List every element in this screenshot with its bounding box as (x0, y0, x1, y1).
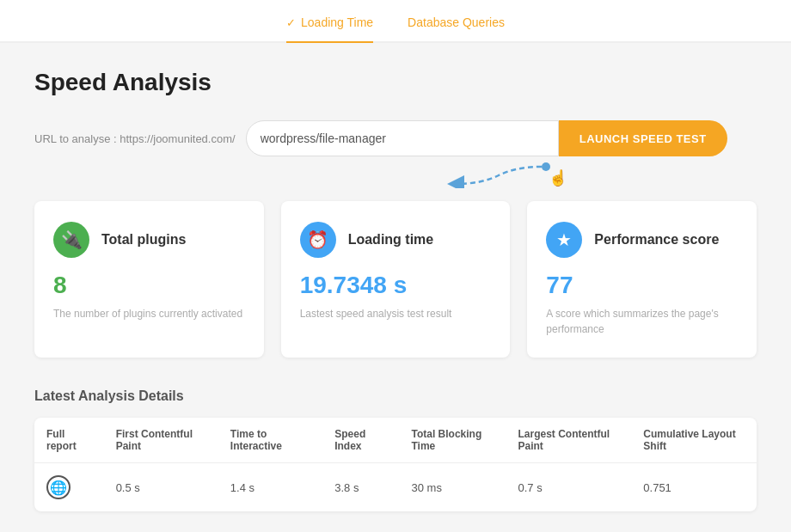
analysis-table-header-row: Full report First Contentful Paint Time … (34, 418, 757, 463)
tab-database-queries-label: Database Queries (408, 15, 505, 29)
clock-icon: ⏰ (300, 222, 336, 258)
analysis-section: Latest Analysis Details Full report Firs… (34, 388, 757, 511)
card-total-plugins-title: Total plugins (101, 232, 186, 248)
url-label: URL to analyse : https://joomunited.com/ (34, 132, 236, 145)
card-total-plugins-header: 🔌 Total plugins (53, 222, 245, 258)
cell-full-report: 🌐 (34, 463, 104, 512)
card-total-plugins-value: 8 (53, 272, 245, 299)
url-section: URL to analyse : https://joomunited.com/… (34, 120, 757, 156)
card-performance-score-value: 77 (546, 272, 738, 299)
url-input[interactable] (246, 120, 559, 156)
analysis-table: Full report First Contentful Paint Time … (34, 418, 757, 511)
main-content: Speed Analysis URL to analyse : https://… (0, 43, 791, 532)
svg-text:☝: ☝ (549, 168, 568, 187)
card-performance-score-header: ★ Performance score (546, 222, 738, 258)
card-performance-score: ★ Performance score 77 A score which sum… (527, 201, 757, 358)
cell-speed-index: 3.8 s (322, 463, 399, 512)
cell-first-contentful-paint: 0.5 s (104, 463, 218, 512)
analysis-section-title: Latest Analysis Details (34, 388, 757, 404)
cell-largest-contentful-paint: 0.7 s (506, 463, 632, 512)
col-time-to-interactive: Time to Interactive (218, 418, 322, 463)
cards-row: 🔌 Total plugins 8 The number of plugins … (34, 201, 757, 358)
col-total-blocking-time: Total Blocking Time (399, 418, 506, 463)
col-cumulative-layout-shift: Cumulative Layout Shift (631, 418, 757, 463)
analysis-table-head: Full report First Contentful Paint Time … (34, 418, 757, 463)
col-full-report: Full report (34, 418, 104, 463)
col-largest-contentful-paint: Largest Contentful Paint (506, 418, 632, 463)
launch-speed-test-button[interactable]: LAUNCH SPEED TEST (559, 120, 727, 156)
card-total-plugins: 🔌 Total plugins 8 The number of plugins … (34, 201, 264, 358)
card-performance-score-title: Performance score (594, 232, 719, 248)
tab-loading-time-label: Loading Time (301, 15, 373, 29)
tab-loading-time[interactable]: ✓ Loading Time (286, 15, 373, 43)
app-container: ✓ Loading Time Database Queries Speed An… (0, 0, 791, 532)
dashed-arrow: ☝ (34, 171, 757, 197)
tab-database-queries[interactable]: Database Queries (408, 15, 505, 43)
table-row: 🌐 0.5 s 1.4 s 3.8 s 30 ms 0.7 s 0.751 (34, 463, 757, 512)
url-input-wrapper: LAUNCH SPEED TEST (246, 120, 727, 156)
cell-total-blocking-time: 30 ms (399, 463, 506, 512)
cell-cumulative-layout-shift: 0.751 (631, 463, 757, 512)
card-total-plugins-desc: The number of plugins currently activate… (53, 306, 245, 321)
card-loading-time: ⏰ Loading time 19.7348 s Lastest speed a… (281, 201, 511, 358)
col-first-contentful-paint: First Contentful Paint (104, 418, 218, 463)
card-loading-time-desc: Lastest speed analysis test result (300, 306, 492, 321)
check-icon: ✓ (286, 16, 296, 29)
card-loading-time-value: 19.7348 s (300, 272, 492, 299)
col-speed-index: Speed Index (322, 418, 399, 463)
analysis-table-body: 🌐 0.5 s 1.4 s 3.8 s 30 ms 0.7 s 0.751 (34, 463, 757, 512)
cell-time-to-interactive: 1.4 s (218, 463, 322, 512)
card-loading-time-header: ⏰ Loading time (300, 222, 492, 258)
arrow-svg: ☝ (413, 162, 585, 188)
page-title: Speed Analysis (34, 69, 757, 96)
globe-icon: 🌐 (46, 475, 71, 499)
top-tab-bar: ✓ Loading Time Database Queries (0, 0, 791, 43)
card-performance-score-desc: A score which summarizes the page's perf… (546, 306, 738, 337)
star-icon: ★ (546, 222, 582, 258)
plugins-icon: 🔌 (53, 222, 89, 258)
card-loading-time-title: Loading time (348, 232, 434, 248)
